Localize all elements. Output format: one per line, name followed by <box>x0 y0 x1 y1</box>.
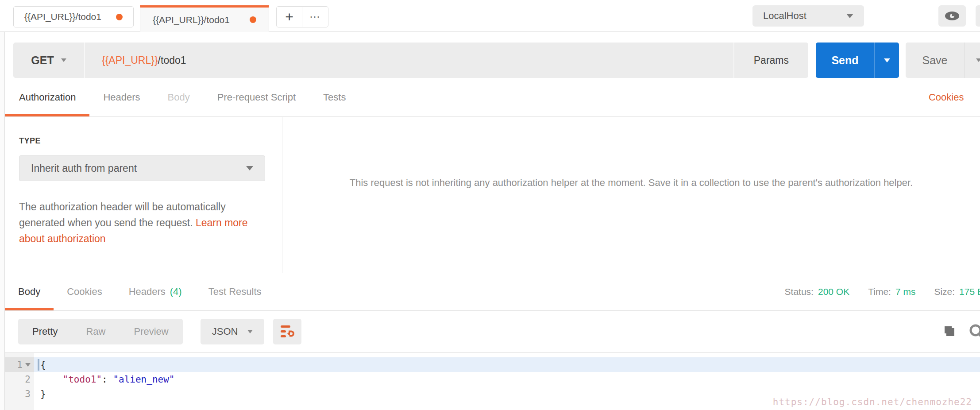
ellipsis-icon: ⋯ <box>309 11 321 23</box>
response-meta: Status: 200 OK Time: 7 ms Size: 175 B <box>785 273 980 310</box>
url-path: /todo1 <box>158 54 186 66</box>
wrap-text-button[interactable] <box>273 319 301 344</box>
response-tab-headers[interactable]: Headers (4) <box>116 273 195 310</box>
format-value: JSON <box>212 326 238 337</box>
auth-inherit-message: This request is not inheriting any autho… <box>321 174 941 273</box>
auth-help-text: The authorization header will be automat… <box>19 199 249 247</box>
response-toolbar: Pretty Raw Preview JSON <box>5 311 980 352</box>
request-tab-1[interactable]: {{API_URL}}/todo1 <box>13 6 134 27</box>
text-cursor <box>38 359 39 371</box>
copy-icon <box>942 325 956 339</box>
plus-icon: + <box>285 9 293 25</box>
format-dropdown[interactable]: JSON <box>201 319 265 344</box>
type-label: TYPE <box>19 136 282 146</box>
view-mode-preview[interactable]: Preview <box>120 326 182 337</box>
response-tab-test-results[interactable]: Test Results <box>195 273 275 310</box>
request-builder: GET {{API_URL}}/todo1 Params Send Save <box>0 43 980 78</box>
tab-body[interactable]: Body <box>154 78 204 116</box>
view-mode-raw[interactable]: Raw <box>72 326 120 337</box>
request-tab-label: {{API_URL}}/todo1 <box>24 12 101 22</box>
headers-count-badge: (4) <box>170 286 182 298</box>
chevron-down-icon <box>846 14 853 18</box>
tab-tests[interactable]: Tests <box>309 78 359 116</box>
request-tab-label: {{API_URL}}/todo1 <box>153 15 230 25</box>
send-button[interactable]: Send <box>816 43 874 78</box>
view-mode-control: Pretty Raw Preview <box>18 319 183 344</box>
unsaved-dot-icon <box>250 16 256 23</box>
method-label: GET <box>31 54 54 67</box>
environment-name: LocalHost <box>763 10 806 22</box>
auth-message-column: This request is not inheriting any autho… <box>282 117 980 273</box>
status-value: 200 OK <box>818 286 849 297</box>
postman-window: {{API_URL}}/todo1 {{API_URL}}/todo1 + ⋯ … <box>0 0 980 410</box>
url-bar: GET {{API_URL}}/todo1 Params <box>13 43 808 78</box>
json-string-value: "alien_new" <box>113 374 174 385</box>
send-split-button: Send <box>816 43 899 78</box>
tab-options-button[interactable]: ⋯ <box>302 7 328 27</box>
unsaved-dot-icon <box>116 14 123 20</box>
tab-authorization[interactable]: Authorization <box>5 78 89 116</box>
line-number: 3 <box>5 387 34 401</box>
tab-actions: + ⋯ <box>276 6 328 27</box>
line-number: 2 <box>5 372 34 387</box>
wrap-text-icon <box>280 325 295 339</box>
response-header: Body Cookies Headers (4) Test Results St… <box>5 273 980 311</box>
method-selector[interactable]: GET <box>13 43 85 78</box>
panel-edge <box>0 32 5 410</box>
auth-type-column: TYPE Inherit auth from parent The author… <box>5 117 282 273</box>
time-meta: Time: 7 ms <box>868 286 915 297</box>
environment-selector[interactable]: LocalHost <box>752 5 864 27</box>
line-number: 1 <box>5 357 34 372</box>
chevron-down-icon <box>884 58 890 62</box>
response-tab-cookies[interactable]: Cookies <box>54 273 115 310</box>
tab-bar: {{API_URL}}/todo1 {{API_URL}}/todo1 + ⋯ … <box>0 0 980 32</box>
eye-icon <box>945 11 960 21</box>
chevron-down-icon <box>247 330 253 333</box>
settings-button-partial[interactable] <box>976 5 980 27</box>
tab-headers[interactable]: Headers <box>89 78 154 116</box>
chevron-down-icon <box>976 58 980 62</box>
chevron-down-icon <box>61 58 66 62</box>
auth-type-value: Inherit auth from parent <box>31 162 137 174</box>
search-response-button[interactable] <box>968 323 980 340</box>
request-tabs: Authorization Headers Body Pre-request S… <box>5 78 980 117</box>
view-mode-pretty[interactable]: Pretty <box>18 326 72 337</box>
environment-quick-look-button[interactable] <box>938 5 966 27</box>
size-value: 175 B <box>959 286 980 297</box>
json-key: "todo1" <box>63 374 102 385</box>
tab-pre-request-script[interactable]: Pre-request Script <box>204 78 309 116</box>
status-meta: Status: 200 OK <box>785 286 850 297</box>
new-tab-button[interactable]: + <box>277 7 302 27</box>
time-value: 7 ms <box>895 286 916 297</box>
code-line-1: 1 { <box>5 357 980 372</box>
response-tab-body[interactable]: Body <box>5 273 54 310</box>
send-options-button[interactable] <box>874 43 899 78</box>
chevron-down-icon <box>246 166 253 170</box>
save-split-button: Save <box>906 43 980 78</box>
size-meta: Size: 175 B <box>934 286 980 297</box>
watermark-text: https://blog.csdn.net/chenmozhe22 <box>773 397 972 407</box>
save-button[interactable]: Save <box>906 43 964 78</box>
url-input[interactable]: {{API_URL}}/todo1 <box>85 54 186 66</box>
divider <box>735 0 735 32</box>
cookies-link[interactable]: Cookies <box>929 92 964 103</box>
fold-toggle-icon[interactable] <box>25 363 31 367</box>
copy-response-button[interactable] <box>942 325 956 339</box>
request-tab-2-active[interactable]: {{API_URL}}/todo1 <box>140 5 269 32</box>
params-button[interactable]: Params <box>733 43 808 78</box>
code-line-2: 2 "todo1": "alien_new" <box>5 372 980 387</box>
save-options-button[interactable] <box>964 43 980 78</box>
search-icon <box>968 323 980 340</box>
url-environment-variable: {{API_URL}} <box>102 54 158 66</box>
authorization-panel: TYPE Inherit auth from parent The author… <box>5 117 980 273</box>
auth-type-dropdown[interactable]: Inherit auth from parent <box>19 155 265 181</box>
